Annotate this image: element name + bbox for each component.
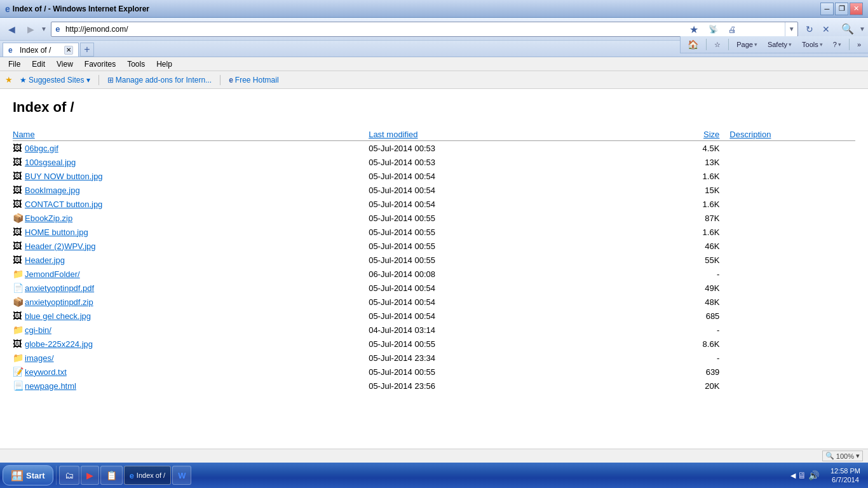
file-date-cell: 05-Jul-2014 00:53 <box>369 155 644 169</box>
file-size-cell: 20K <box>644 379 729 393</box>
minimize-button[interactable]: ─ <box>820 3 834 15</box>
fav-hotmail[interactable]: e Free Hotmail <box>224 74 283 86</box>
file-link[interactable]: 06bgc.gif <box>25 144 58 153</box>
stop-button[interactable]: ✕ <box>818 20 834 38</box>
file-link[interactable]: keyword.txt <box>25 367 67 377</box>
file-date-cell: 05-Jul-2014 00:55 <box>369 337 644 351</box>
menu-help[interactable]: Help <box>151 58 178 71</box>
file-type-icon: 🖼 <box>13 157 22 167</box>
file-link[interactable]: BUY NOW button.jpg <box>25 172 103 181</box>
menu-favorites[interactable]: Favorites <box>79 58 121 71</box>
file-link[interactable]: CONTACT button.jpg <box>25 200 102 209</box>
col-description[interactable]: Description <box>729 128 855 141</box>
file-name-cell: anxietyoptinpdf.zip <box>25 295 369 309</box>
tab-favicon: e <box>8 46 17 55</box>
file-desc-cell <box>729 309 855 323</box>
table-row: 📁 cgi-bin/ 04-Jul-2014 03:14 - <box>13 323 855 337</box>
file-date-cell: 05-Jul-2014 00:55 <box>369 239 644 253</box>
file-date-cell: 05-Jul-2014 00:54 <box>369 197 644 211</box>
menu-tools[interactable]: Tools <box>121 58 151 71</box>
table-row: 🖼 HOME button.jpg 05-Jul-2014 00:55 1.6K <box>13 225 855 239</box>
file-desc-cell <box>729 211 855 225</box>
file-link[interactable]: globe-225x224.jpg <box>25 339 93 349</box>
file-link[interactable]: Header (2)WPV.jpg <box>25 241 96 251</box>
file-desc-cell <box>729 155 855 169</box>
file-link[interactable]: EbookZip.zip <box>25 214 72 223</box>
content-area: Index of / Name Last modified Size Descr… <box>0 89 868 449</box>
extend-toolbar-button[interactable]: » <box>854 39 864 50</box>
file-link[interactable]: HOME button.jpg <box>25 227 88 237</box>
close-button[interactable]: ✕ <box>850 3 863 15</box>
safety-menu-button[interactable]: Safety ▾ <box>764 39 795 50</box>
file-date-cell: 05-Jul-2014 00:54 <box>369 183 644 197</box>
file-link[interactable]: 100sgseal.jpg <box>25 158 76 167</box>
file-table: Name Last modified Size Description 🖼 06… <box>13 128 855 393</box>
table-row: 🖼 Header.jpg 05-Jul-2014 00:55 55K <box>13 253 855 267</box>
home-button[interactable]: 🏠 <box>684 37 702 51</box>
col-size[interactable]: Size <box>644 128 729 141</box>
page-menu-button[interactable]: Page ▾ <box>733 39 761 50</box>
file-name-cell: keyword.txt <box>25 365 369 379</box>
file-link[interactable]: blue gel check.jpg <box>25 311 91 321</box>
tools-menu-button[interactable]: Tools ▾ <box>799 39 826 50</box>
forward-button[interactable]: ▶ <box>22 20 39 38</box>
file-size-cell: 1.6K <box>644 197 729 211</box>
file-type-icon: 🖼 <box>13 241 22 251</box>
table-row: 📁 JemondFolder/ 06-Jul-2014 00:08 - <box>13 267 855 281</box>
file-link[interactable]: cgi-bin/ <box>25 325 51 335</box>
search-dropdown[interactable]: ▼ <box>859 25 865 32</box>
nav-history-dropdown[interactable]: ▼ <box>41 25 47 32</box>
col-last-modified[interactable]: Last modified <box>369 128 644 141</box>
file-name-cell: cgi-bin/ <box>25 323 369 337</box>
table-row: 🖼 globe-225x224.jpg 05-Jul-2014 00:55 8.… <box>13 337 855 351</box>
table-row: 📦 EbookZip.zip 05-Jul-2014 00:55 87K <box>13 211 855 225</box>
help-menu-button[interactable]: ? ▾ <box>830 39 844 50</box>
menu-edit[interactable]: Edit <box>26 58 51 71</box>
file-type-icon: 📁 <box>13 325 24 335</box>
file-link[interactable]: JemondFolder/ <box>25 269 80 279</box>
fav-sep-2 <box>220 75 220 85</box>
favorites-button[interactable]: ★ <box>685 20 703 38</box>
file-icon-cell: 🖼 <box>13 141 25 156</box>
window-title: Index of / - Windows Internet Explorer <box>13 4 820 13</box>
rss-button[interactable]: 📡 <box>704 20 722 38</box>
fav-manage-addons[interactable]: ⊞ Manage add-ons for Intern... <box>103 74 216 86</box>
file-date-cell: 05-Jul-2014 00:55 <box>369 211 644 225</box>
file-link[interactable]: BookImage.jpg <box>25 186 80 195</box>
file-size-cell: 8.6K <box>644 337 729 351</box>
address-input[interactable] <box>64 25 785 34</box>
file-link[interactable]: newpage.html <box>25 381 76 391</box>
file-size-cell: 48K <box>644 295 729 309</box>
right-toolbar: 🏠 ☆ Page ▾ Safety ▾ Tools ▾ ? ▾ » <box>680 36 868 53</box>
favorites-center-button[interactable]: ☆ <box>711 39 724 51</box>
file-link[interactable]: anxietyoptinpdf.pdf <box>25 283 94 293</box>
file-size-cell: 1.6K <box>644 225 729 239</box>
file-link[interactable]: Header.jpg <box>25 255 65 265</box>
refresh-button[interactable]: ↻ <box>802 20 817 38</box>
tab-close-button[interactable]: ✕ <box>64 46 73 55</box>
table-row: 🖼 06bgc.gif 05-Jul-2014 00:53 4.5K <box>13 141 855 156</box>
file-link[interactable]: images/ <box>25 353 54 363</box>
back-button[interactable]: ◀ <box>3 20 20 38</box>
new-tab-button[interactable]: + <box>80 43 94 57</box>
fav-suggested-sites[interactable]: ★ Suggested Sites ▾ <box>15 74 95 86</box>
file-icon-cell: 📦 <box>13 211 25 225</box>
file-size-cell: 639 <box>644 365 729 379</box>
address-dropdown-button[interactable]: ▼ <box>785 22 797 36</box>
file-desc-cell <box>729 323 855 337</box>
file-size-cell: 4.5K <box>644 141 729 156</box>
file-desc-cell <box>729 365 855 379</box>
tab-0[interactable]: e Index of / ✕ <box>3 43 79 57</box>
col-name[interactable]: Name <box>13 128 369 141</box>
toolbar-sep-2 <box>728 39 729 50</box>
file-desc-cell <box>729 379 855 393</box>
menu-file[interactable]: File <box>3 58 26 71</box>
table-row: 🖼 100sgseal.jpg 05-Jul-2014 00:53 13K <box>13 155 855 169</box>
file-link[interactable]: anxietyoptinpdf.zip <box>25 297 93 307</box>
print-button[interactable]: 🖨 <box>723 20 741 38</box>
table-row: 🖼 blue gel check.jpg 05-Jul-2014 00:54 6… <box>13 309 855 323</box>
menu-view[interactable]: View <box>51 58 79 71</box>
restore-button[interactable]: ❐ <box>835 3 848 15</box>
fav-sep-1 <box>98 75 99 85</box>
table-row: 📦 anxietyoptinpdf.zip 05-Jul-2014 00:54 … <box>13 295 855 309</box>
